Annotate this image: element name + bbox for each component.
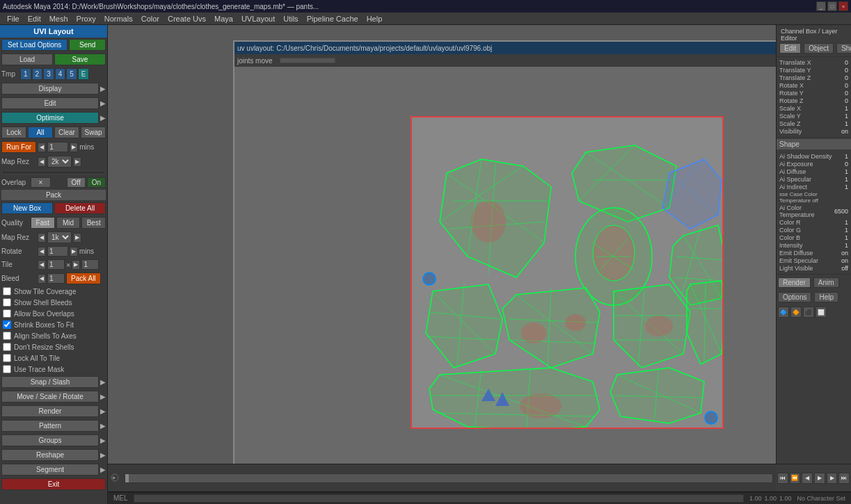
- ai-shadow-value[interactable]: 1: [845, 153, 848, 160]
- color-b-value[interactable]: 1: [845, 234, 848, 241]
- map-rez2-select[interactable]: 1k 2k 4k: [47, 231, 72, 243]
- tab-e[interactable]: E: [78, 68, 90, 80]
- run-for-input[interactable]: [47, 142, 68, 152]
- close-button[interactable]: ×: [838, 1, 848, 11]
- menu-color[interactable]: Color: [137, 13, 164, 24]
- timeline-step-fwd-button[interactable]: ▶: [827, 473, 838, 484]
- overlap-multiply-button[interactable]: ×: [31, 177, 51, 188]
- options-button[interactable]: Options: [778, 292, 811, 302]
- lock-all-check[interactable]: [3, 354, 11, 362]
- light-visible-value[interactable]: off: [841, 265, 848, 272]
- new-box-button[interactable]: New Box: [1, 202, 53, 214]
- right-icon-3[interactable]: ⬛: [803, 307, 814, 318]
- uv-canvas[interactable]: [234, 67, 776, 464]
- tab-5[interactable]: 5: [66, 68, 77, 80]
- all-button[interactable]: All: [28, 127, 53, 138]
- shrink-boxes-check[interactable]: [3, 320, 11, 329]
- overlap-on-button[interactable]: On: [87, 177, 106, 188]
- ai-indirect-value[interactable]: 1: [845, 184, 848, 190]
- ai-specular-value[interactable]: 1: [845, 176, 848, 183]
- rotate-x-value[interactable]: 0: [845, 82, 848, 89]
- delete-all-button[interactable]: Delete All: [54, 202, 106, 214]
- translate-z-value[interactable]: 0: [845, 74, 848, 81]
- ai-color-temp-value[interactable]: 6500: [834, 208, 848, 215]
- visibility-value[interactable]: on: [841, 128, 848, 135]
- map-rez-select[interactable]: 1k 2k 4k: [47, 156, 72, 168]
- right-icon-2[interactable]: 🔶: [790, 307, 802, 318]
- rotate-increase[interactable]: ▶: [70, 247, 78, 257]
- menu-help[interactable]: Help: [363, 13, 387, 24]
- run-for-button[interactable]: Run For: [1, 141, 36, 153]
- channel-show-button[interactable]: Show: [836, 43, 851, 54]
- menu-maya[interactable]: Maya: [210, 13, 237, 24]
- help-button[interactable]: Help: [814, 292, 838, 302]
- tile-y-input[interactable]: [81, 259, 99, 270]
- segment-button[interactable]: Segment: [1, 464, 99, 475]
- joints-slider[interactable]: [280, 58, 335, 63]
- tab-1[interactable]: 1: [20, 68, 31, 80]
- quality-best[interactable]: Best: [81, 217, 106, 229]
- lock-button[interactable]: Lock: [1, 127, 26, 138]
- save-button[interactable]: Save: [54, 54, 106, 65]
- load-button[interactable]: Load: [1, 54, 53, 65]
- menu-mesh[interactable]: Mesh: [45, 13, 72, 24]
- use-trace-check[interactable]: [3, 365, 11, 373]
- render-tab-button[interactable]: Render: [778, 277, 811, 288]
- run-for-decrease[interactable]: ◀: [38, 143, 46, 152]
- overlap-off-button[interactable]: Off: [67, 177, 86, 188]
- rotate-input[interactable]: [47, 246, 68, 257]
- bleed-input[interactable]: [47, 273, 65, 284]
- channel-edit-button[interactable]: Edit: [779, 43, 801, 54]
- tile-right-arrow[interactable]: ▶: [72, 260, 80, 270]
- menu-utils[interactable]: Utils: [279, 13, 302, 24]
- timeline-play-button[interactable]: ▶: [814, 473, 825, 484]
- rotate-y-value[interactable]: 0: [845, 90, 848, 97]
- color-g-value[interactable]: 1: [845, 227, 848, 234]
- scale-x-value[interactable]: 1: [845, 105, 848, 112]
- reshape-button[interactable]: Reshape: [1, 449, 99, 461]
- show-shell-bleeds-check[interactable]: [3, 298, 11, 307]
- tile-left-arrow[interactable]: ◀: [38, 260, 46, 270]
- tab-3[interactable]: 3: [43, 68, 54, 80]
- set-load-options-button[interactable]: Set Load Options: [1, 39, 67, 51]
- menu-edit[interactable]: Edit: [24, 13, 45, 24]
- menu-uv-layout[interactable]: UVLayout: [237, 13, 279, 24]
- ai-diffuse-value[interactable]: 1: [845, 168, 848, 175]
- snap-slash-button[interactable]: Snap / Slash: [1, 376, 99, 388]
- menu-file[interactable]: File: [3, 13, 24, 24]
- menu-create-uvs[interactable]: Create Uvs: [164, 13, 210, 24]
- send-button[interactable]: Send: [69, 39, 106, 51]
- rotate-decrease[interactable]: ◀: [38, 247, 46, 257]
- rotate-z-value[interactable]: 0: [845, 97, 848, 104]
- show-tile-coverage-check[interactable]: [3, 287, 11, 295]
- scale-z-value[interactable]: 1: [845, 120, 848, 127]
- exit-button[interactable]: Exit: [1, 478, 106, 490]
- align-shells-check[interactable]: [3, 332, 11, 340]
- pattern-button[interactable]: Pattern: [1, 420, 99, 432]
- swap-button[interactable]: Swap: [81, 127, 106, 138]
- timeline-bar[interactable]: [125, 473, 773, 483]
- intensity-value[interactable]: 1: [845, 242, 848, 249]
- emit-specular-value[interactable]: on: [841, 257, 848, 264]
- tab-4[interactable]: 4: [55, 68, 66, 80]
- map-rez2-decrease[interactable]: ◀: [38, 233, 46, 243]
- menu-proxy[interactable]: Proxy: [72, 13, 100, 24]
- run-for-increase[interactable]: ▶: [70, 143, 78, 152]
- right-icon-1[interactable]: 🔷: [778, 307, 789, 318]
- dont-resize-check[interactable]: [3, 343, 11, 351]
- optimise-button[interactable]: Optimise: [1, 112, 99, 124]
- timeline-step-back-button[interactable]: ◀: [802, 473, 813, 484]
- render-button[interactable]: Render: [1, 405, 99, 417]
- bleed-decrease[interactable]: ◀: [38, 274, 46, 284]
- translate-y-value[interactable]: 0: [845, 67, 848, 74]
- quality-fast[interactable]: Fast: [31, 217, 55, 229]
- mel-input[interactable]: [134, 494, 744, 503]
- pack-header[interactable]: Pack: [1, 190, 106, 200]
- map-rez-decrease[interactable]: ◀: [38, 157, 46, 167]
- right-icon-4[interactable]: ⬜: [816, 307, 827, 318]
- channel-object-button[interactable]: Object: [804, 43, 834, 54]
- translate-x-value[interactable]: 0: [845, 59, 848, 66]
- emit-diffuse-value[interactable]: on: [841, 250, 848, 257]
- timeline-prev-button[interactable]: ⏪: [790, 473, 801, 484]
- menu-normals[interactable]: Normals: [100, 13, 137, 24]
